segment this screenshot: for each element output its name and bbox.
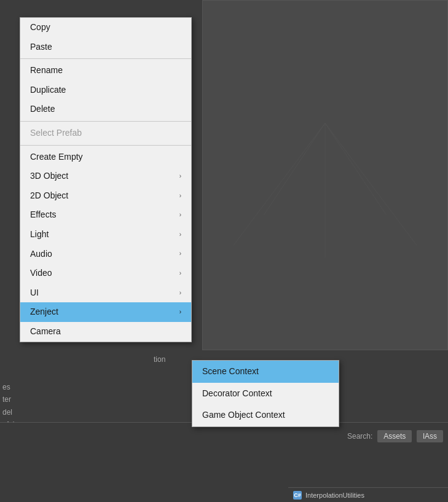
menu-item-label-select-prefab: Select Prefab xyxy=(30,127,82,139)
submenu-arrow-effects: › xyxy=(179,211,181,219)
context-menu: CopyPasteRenameDuplicateDeleteSelect Pre… xyxy=(20,17,192,342)
assets-button[interactable]: Assets xyxy=(377,430,412,442)
menu-divider-after-paste xyxy=(20,58,191,59)
menu-item-label-audio: Audio xyxy=(30,248,52,261)
menu-item-audio[interactable]: Audio› xyxy=(20,245,191,264)
submenu-item-decorator-context[interactable]: Decorator Context xyxy=(192,383,339,405)
submenu-item-game-object-context[interactable]: Game Object Context xyxy=(192,404,339,426)
submenu-arrow-2d-object: › xyxy=(179,192,181,200)
svg-line-0 xyxy=(234,123,325,245)
menu-item-effects[interactable]: Effects› xyxy=(20,205,191,225)
interp-text: InterpolationUtilities xyxy=(305,492,364,499)
menu-item-label-paste: Paste xyxy=(30,41,52,53)
svg-line-4 xyxy=(325,123,387,214)
left-label-del: del xyxy=(2,406,20,418)
menu-divider-after-delete xyxy=(20,121,191,122)
menu-item-paste[interactable]: Paste xyxy=(20,37,191,57)
search-label: Search: xyxy=(347,432,372,441)
menu-item-label-video: Video xyxy=(30,267,52,280)
menu-item-2d-object[interactable]: 2D Object› xyxy=(20,186,191,206)
menu-item-label-camera: Camera xyxy=(30,326,61,338)
menu-item-light[interactable]: Light› xyxy=(20,225,191,245)
svg-line-3 xyxy=(264,123,326,214)
submenu-item-scene-context[interactable]: Scene Context xyxy=(192,361,339,383)
submenu-arrow-video: › xyxy=(179,269,181,278)
viewport-panel xyxy=(202,0,448,350)
menu-item-ui[interactable]: UI› xyxy=(20,283,191,303)
menu-item-copy[interactable]: Copy xyxy=(20,18,191,37)
left-label-es: es xyxy=(2,381,20,393)
menu-item-rename[interactable]: Rename xyxy=(20,61,191,80)
menu-item-label-delete: Delete xyxy=(30,103,55,116)
left-label-ter: ter xyxy=(2,393,20,406)
menu-item-video[interactable]: Video› xyxy=(20,264,191,283)
menu-item-label-ui: UI xyxy=(30,287,39,299)
viewport-grid xyxy=(203,1,447,350)
menu-item-label-copy: Copy xyxy=(30,22,50,34)
interp-utilities-bar: C# InterpolationUtilities xyxy=(288,487,448,502)
menu-item-label-rename: Rename xyxy=(30,65,63,77)
submenu-arrow-audio: › xyxy=(179,249,181,258)
menu-item-label-zenject: Zenject xyxy=(30,306,58,318)
menu-item-label-effects: Effects xyxy=(30,209,57,221)
menu-item-zenject[interactable]: Zenject› xyxy=(20,302,191,322)
action-area-text: tion xyxy=(154,355,165,364)
menu-item-camera[interactable]: Camera xyxy=(20,322,191,342)
menu-item-label-create-empty: Create Empty xyxy=(30,151,83,163)
menu-item-select-prefab: Select Prefab xyxy=(20,124,191,143)
zenject-submenu: Scene ContextDecorator ContextGame Objec… xyxy=(192,360,339,427)
ass-button[interactable]: lAss xyxy=(417,430,443,442)
submenu-arrow-ui: › xyxy=(179,289,181,297)
menu-item-3d-object[interactable]: 3D Object› xyxy=(20,167,191,186)
menu-item-delete[interactable]: Delete xyxy=(20,100,191,119)
menu-item-label-3d-object: 3D Object xyxy=(30,170,68,182)
submenu-arrow-zenject: › xyxy=(179,308,181,316)
submenu-arrow-3d-object: › xyxy=(179,172,181,181)
menu-divider-after-select-prefab xyxy=(20,145,191,146)
bottom-search-area: Search: Assets lAss xyxy=(347,430,443,442)
menu-item-label-light: Light xyxy=(30,229,49,241)
csharp-icon: C# xyxy=(293,491,302,500)
menu-item-duplicate[interactable]: Duplicate xyxy=(20,80,191,100)
menu-item-create-empty[interactable]: Create Empty xyxy=(20,147,191,167)
menu-item-label-2d-object: 2D Object xyxy=(30,190,68,202)
submenu-arrow-light: › xyxy=(179,230,181,239)
svg-line-1 xyxy=(325,123,417,245)
menu-item-label-duplicate: Duplicate xyxy=(30,84,66,96)
